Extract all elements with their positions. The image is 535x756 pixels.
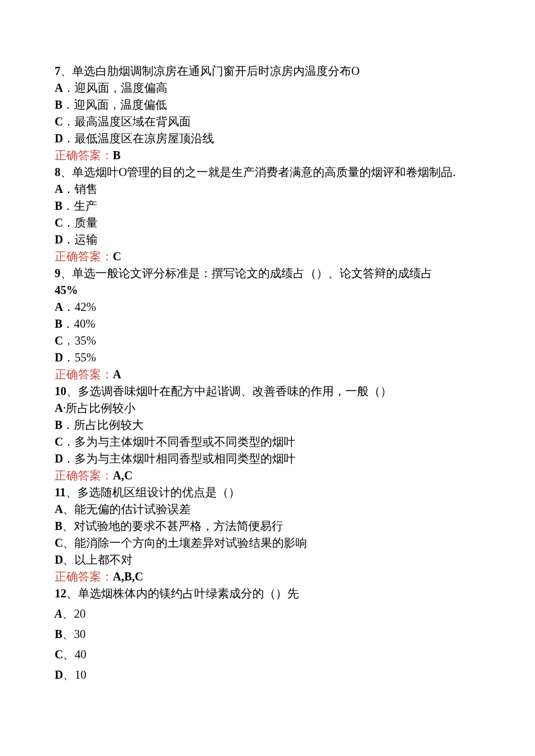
- question-text: 、单选白肋烟调制凉房在通风门窗开后时凉房内温度分布O: [60, 65, 359, 77]
- option-line: B、对试验地的要求不甚严格，方法简便易行: [55, 518, 483, 535]
- option-line: D．55%: [55, 349, 483, 366]
- option-line: D．最低温度区在凉房屋顶沿线: [55, 130, 483, 147]
- question-text: 、单选烟株体内的镁约占叶绿素成分的（）先: [66, 587, 299, 600]
- option-text: 能无偏的估计试验误差: [74, 503, 191, 515]
- answer-label: 正确答案：: [55, 469, 113, 482]
- option-separator: ．: [62, 317, 74, 330]
- answer-label: 正确答案：: [55, 368, 113, 381]
- answer-value: C: [113, 250, 121, 263]
- question-text: 、多选随机区组设计的优点是（）: [66, 486, 240, 499]
- option-label: A: [55, 300, 63, 313]
- option-separator: 、: [63, 668, 74, 681]
- answer-line: 正确答案：B: [55, 147, 483, 164]
- option-separator: 、: [63, 503, 74, 515]
- option-line: D．运输: [55, 231, 483, 248]
- option-text: 40%: [74, 317, 95, 330]
- option-separator: ．: [63, 115, 74, 128]
- option-label: B: [55, 519, 62, 532]
- option-text: 迎风面，温度偏低: [74, 98, 167, 111]
- option-separator: ．: [63, 435, 74, 448]
- option-text: 所占比例较小: [66, 402, 135, 414]
- option-line: C．多为与主体烟叶不同香型或不同类型的烟叶: [55, 433, 483, 450]
- option-separator: ．: [63, 300, 74, 313]
- option-label: C: [55, 435, 63, 448]
- option-line: C．质量: [55, 214, 483, 231]
- option-text: 35%: [74, 334, 96, 347]
- option-separator: 、: [63, 536, 74, 549]
- option-label: C: [55, 536, 63, 549]
- option-text: 以上都不对: [74, 553, 133, 566]
- question-number: 9: [55, 267, 60, 280]
- option-separator: 、: [63, 553, 74, 566]
- option-label: C: [55, 216, 63, 229]
- question-stem-line2: 45%: [55, 282, 483, 299]
- question-number: 10: [55, 385, 66, 397]
- question-stem: 11、多选随机区组设计的优点是（）: [55, 484, 483, 501]
- answer-value: B: [113, 149, 120, 162]
- option-line: B．40%: [55, 316, 483, 332]
- option-line: A．销售: [55, 181, 483, 198]
- option-label: B: [55, 199, 62, 212]
- option-line: B．生产: [55, 198, 483, 214]
- question-number: 11: [55, 486, 66, 499]
- option-line: D、以上都不对: [55, 551, 483, 568]
- answer-line: 正确答案：C: [55, 248, 483, 265]
- option-separator: 、: [62, 628, 74, 640]
- option-label: A: [55, 402, 63, 414]
- option-label: D: [55, 351, 63, 364]
- option-line: C．最高温度区域在背风面: [55, 113, 483, 130]
- option-line: D．多为与主体烟叶相同香型或相同类型的烟叶: [55, 450, 483, 467]
- option-label: B: [55, 317, 62, 330]
- option-label: D: [55, 668, 63, 681]
- option-text: 多为与主体烟叶不同香型或不同类型的烟叶: [74, 435, 295, 448]
- answer-label: 正确答案：: [55, 250, 113, 263]
- option-separator: 、: [62, 607, 74, 620]
- option-text: 质量: [74, 216, 98, 229]
- option-text: 能消除一个方向的土壤差异对试验结果的影响: [74, 536, 307, 549]
- option-text: 40: [74, 648, 86, 661]
- option-separator: ．: [62, 418, 74, 431]
- question-text: 、单选烟叶O管理的目的之一就是生产消费者满意的高质量的烟评和卷烟制品.: [60, 166, 455, 178]
- option-label: B: [55, 628, 62, 640]
- option-label: B: [55, 418, 62, 431]
- option-label: A: [55, 81, 63, 94]
- option-text: 运输: [74, 233, 98, 246]
- option-label: C: [55, 334, 63, 347]
- option-separator: ．: [63, 182, 74, 195]
- option-separator: ．: [63, 132, 74, 145]
- question-stem: 12、单选烟株体内的镁约占叶绿素成分的（）先: [55, 585, 483, 602]
- question-stem: 9、单选一般论文评分标准是：撰写论文的成绩占（）、论文答辩的成绩占: [55, 265, 483, 282]
- option-separator: 、: [63, 648, 74, 661]
- option-line: B．迎风面，温度偏低: [55, 96, 483, 113]
- option-line: A·所占比例较小: [55, 400, 483, 417]
- option-text: 42%: [74, 300, 96, 313]
- question-stem: 8、单选烟叶O管理的目的之一就是生产消费者满意的高质量的烟评和卷烟制品.: [55, 164, 483, 181]
- option-line: B、30: [55, 626, 483, 643]
- option-text: 迎风面，温度偏高: [74, 81, 167, 94]
- option-separator: ．: [63, 351, 74, 364]
- question-text: 、多选调香味烟叶在配方中起谐调、改善香味的作用，一般（）: [66, 385, 392, 397]
- document-page: 7、单选白肋烟调制凉房在通风门窗开后时凉房内温度分布OA．迎风面，温度偏高B．迎…: [0, 0, 535, 756]
- option-text: 销售: [74, 182, 98, 195]
- option-line: A．迎风面，温度偏高: [55, 80, 483, 96]
- option-text: 对试验地的要求不甚严格，方法简便易行: [74, 519, 283, 532]
- option-line: A．42%: [55, 299, 483, 316]
- option-separator: ．: [63, 216, 74, 229]
- option-label: D: [55, 553, 63, 566]
- option-text: 所占比例较大: [74, 418, 144, 431]
- option-line: A、20: [55, 605, 483, 622]
- option-line: D、10: [55, 667, 483, 683]
- option-line: A、能无偏的估计试验误差: [55, 501, 483, 518]
- option-separator: ．: [63, 334, 74, 347]
- question-number: 7: [55, 65, 60, 77]
- option-label: D: [55, 233, 63, 246]
- option-separator: ．: [63, 452, 74, 465]
- option-label: B: [55, 98, 62, 111]
- option-separator: 、: [62, 519, 74, 532]
- option-label: D: [55, 132, 63, 145]
- option-separator: ．: [63, 81, 74, 94]
- option-label: A: [55, 182, 63, 195]
- option-text: 最高温度区域在背风面: [74, 115, 191, 128]
- option-separator: ．: [62, 98, 74, 111]
- option-text: 10: [74, 668, 86, 681]
